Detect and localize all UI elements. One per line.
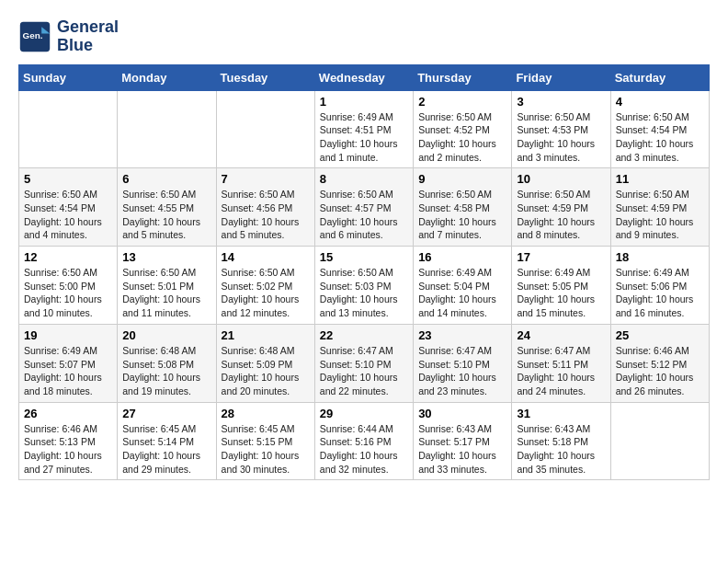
day-info: Sunrise: 6:46 AM Sunset: 5:13 PM Dayligh… (24, 422, 112, 477)
calendar-table: Sunday Monday Tuesday Wednesday Thursday… (18, 64, 710, 481)
day-info: Sunrise: 6:45 AM Sunset: 5:15 PM Dayligh… (222, 422, 310, 477)
day-info: Sunrise: 6:46 AM Sunset: 5:12 PM Dayligh… (616, 344, 704, 398)
day-number: 29 (320, 407, 408, 420)
calendar-cell: 3Sunrise: 6:50 AM Sunset: 4:53 PM Daylig… (512, 90, 610, 168)
day-info: Sunrise: 6:50 AM Sunset: 4:53 PM Dayligh… (517, 110, 605, 165)
day-number: 18 (616, 250, 704, 264)
calendar-cell: 8Sunrise: 6:50 AM Sunset: 4:57 PM Daylig… (314, 168, 413, 247)
calendar-week-row: 19Sunrise: 6:49 AM Sunset: 5:07 PM Dayli… (19, 324, 710, 402)
calendar-cell: 12Sunrise: 6:50 AM Sunset: 5:00 PM Dayli… (19, 247, 118, 325)
svg-text:Gen.: Gen. (23, 30, 43, 40)
day-info: Sunrise: 6:50 AM Sunset: 4:54 PM Dayligh… (616, 110, 704, 165)
day-info: Sunrise: 6:44 AM Sunset: 5:16 PM Dayligh… (320, 422, 408, 477)
day-info: Sunrise: 6:47 AM Sunset: 5:10 PM Dayligh… (418, 344, 506, 398)
calendar-body: 1Sunrise: 6:49 AM Sunset: 4:51 PM Daylig… (19, 90, 710, 480)
day-number: 26 (24, 407, 112, 420)
day-info: Sunrise: 6:43 AM Sunset: 5:18 PM Dayligh… (517, 422, 605, 477)
day-number: 27 (122, 407, 210, 420)
day-info: Sunrise: 6:49 AM Sunset: 5:04 PM Dayligh… (418, 266, 506, 320)
calendar-cell: 25Sunrise: 6:46 AM Sunset: 5:12 PM Dayli… (610, 324, 709, 402)
day-number: 1 (320, 95, 408, 109)
calendar-cell (216, 90, 314, 168)
calendar-cell: 7Sunrise: 6:50 AM Sunset: 4:56 PM Daylig… (216, 168, 314, 247)
header-wednesday: Wednesday (314, 64, 413, 90)
calendar-cell: 17Sunrise: 6:49 AM Sunset: 5:05 PM Dayli… (512, 247, 610, 325)
day-number: 23 (418, 328, 506, 342)
day-number: 12 (24, 250, 112, 264)
calendar-cell: 23Sunrise: 6:47 AM Sunset: 5:10 PM Dayli… (414, 324, 512, 402)
calendar-cell: 10Sunrise: 6:50 AM Sunset: 4:59 PM Dayli… (512, 168, 610, 247)
day-info: Sunrise: 6:50 AM Sunset: 4:54 PM Dayligh… (24, 188, 112, 242)
calendar-cell: 24Sunrise: 6:47 AM Sunset: 5:11 PM Dayli… (512, 324, 610, 402)
calendar-header-row: Sunday Monday Tuesday Wednesday Thursday… (19, 64, 710, 90)
day-number: 28 (222, 407, 310, 420)
calendar-cell: 22Sunrise: 6:47 AM Sunset: 5:10 PM Dayli… (314, 324, 413, 402)
calendar-cell: 5Sunrise: 6:50 AM Sunset: 4:54 PM Daylig… (19, 168, 118, 247)
day-number: 19 (24, 328, 112, 342)
day-number: 10 (517, 172, 605, 186)
calendar-cell (118, 90, 216, 168)
day-info: Sunrise: 6:50 AM Sunset: 4:55 PM Dayligh… (122, 188, 210, 242)
calendar-cell: 6Sunrise: 6:50 AM Sunset: 4:55 PM Daylig… (118, 168, 216, 247)
day-number: 24 (517, 328, 605, 342)
logo: Gen. General Blue (18, 18, 119, 55)
page-header: Gen. General Blue (18, 18, 710, 55)
day-number: 7 (222, 172, 310, 186)
calendar-cell: 30Sunrise: 6:43 AM Sunset: 5:17 PM Dayli… (414, 402, 512, 480)
calendar-cell: 14Sunrise: 6:50 AM Sunset: 5:02 PM Dayli… (216, 247, 314, 325)
day-info: Sunrise: 6:49 AM Sunset: 4:51 PM Dayligh… (320, 110, 408, 165)
calendar-cell: 31Sunrise: 6:43 AM Sunset: 5:18 PM Dayli… (512, 402, 610, 480)
calendar-cell: 2Sunrise: 6:50 AM Sunset: 4:52 PM Daylig… (414, 90, 512, 168)
calendar-week-row: 12Sunrise: 6:50 AM Sunset: 5:00 PM Dayli… (19, 247, 710, 325)
header-friday: Friday (512, 64, 610, 90)
calendar-cell: 21Sunrise: 6:48 AM Sunset: 5:09 PM Dayli… (216, 324, 314, 402)
day-number: 3 (517, 95, 605, 109)
calendar-cell: 13Sunrise: 6:50 AM Sunset: 5:01 PM Dayli… (118, 247, 216, 325)
header-monday: Monday (118, 64, 216, 90)
day-info: Sunrise: 6:50 AM Sunset: 4:52 PM Dayligh… (418, 110, 506, 165)
calendar-cell: 4Sunrise: 6:50 AM Sunset: 4:54 PM Daylig… (610, 90, 709, 168)
day-number: 5 (24, 172, 112, 186)
calendar-cell: 20Sunrise: 6:48 AM Sunset: 5:08 PM Dayli… (118, 324, 216, 402)
day-info: Sunrise: 6:50 AM Sunset: 5:02 PM Dayligh… (222, 266, 310, 320)
header-sunday: Sunday (19, 64, 118, 90)
calendar-cell: 28Sunrise: 6:45 AM Sunset: 5:15 PM Dayli… (216, 402, 314, 480)
day-number: 9 (418, 172, 506, 186)
day-number: 31 (517, 407, 605, 420)
day-info: Sunrise: 6:48 AM Sunset: 5:09 PM Dayligh… (222, 344, 310, 398)
header-tuesday: Tuesday (216, 64, 314, 90)
day-number: 11 (616, 172, 704, 186)
calendar-cell: 11Sunrise: 6:50 AM Sunset: 4:59 PM Dayli… (610, 168, 709, 247)
calendar-cell: 29Sunrise: 6:44 AM Sunset: 5:16 PM Dayli… (314, 402, 413, 480)
day-number: 8 (320, 172, 408, 186)
calendar-week-row: 5Sunrise: 6:50 AM Sunset: 4:54 PM Daylig… (19, 168, 710, 247)
day-info: Sunrise: 6:50 AM Sunset: 5:01 PM Dayligh… (122, 266, 210, 320)
calendar-cell (610, 402, 709, 480)
day-number: 2 (418, 95, 506, 109)
calendar-cell (19, 90, 118, 168)
day-info: Sunrise: 6:50 AM Sunset: 4:59 PM Dayligh… (517, 188, 605, 242)
logo-text: General Blue (57, 18, 119, 55)
day-info: Sunrise: 6:50 AM Sunset: 5:00 PM Dayligh… (24, 266, 112, 320)
day-number: 4 (616, 95, 704, 109)
day-info: Sunrise: 6:50 AM Sunset: 5:03 PM Dayligh… (320, 266, 408, 320)
calendar-cell: 27Sunrise: 6:45 AM Sunset: 5:14 PM Dayli… (118, 402, 216, 480)
day-info: Sunrise: 6:50 AM Sunset: 4:56 PM Dayligh… (222, 188, 310, 242)
calendar-cell: 26Sunrise: 6:46 AM Sunset: 5:13 PM Dayli… (19, 402, 118, 480)
day-info: Sunrise: 6:50 AM Sunset: 4:57 PM Dayligh… (320, 188, 408, 242)
day-info: Sunrise: 6:49 AM Sunset: 5:06 PM Dayligh… (616, 266, 704, 320)
calendar-cell: 1Sunrise: 6:49 AM Sunset: 4:51 PM Daylig… (314, 90, 413, 168)
day-number: 16 (418, 250, 506, 264)
calendar-cell: 19Sunrise: 6:49 AM Sunset: 5:07 PM Dayli… (19, 324, 118, 402)
day-info: Sunrise: 6:48 AM Sunset: 5:08 PM Dayligh… (122, 344, 210, 398)
day-number: 22 (320, 328, 408, 342)
day-number: 25 (616, 328, 704, 342)
calendar-cell: 9Sunrise: 6:50 AM Sunset: 4:58 PM Daylig… (414, 168, 512, 247)
header-saturday: Saturday (610, 64, 709, 90)
calendar-cell: 18Sunrise: 6:49 AM Sunset: 5:06 PM Dayli… (610, 247, 709, 325)
day-number: 21 (222, 328, 310, 342)
day-number: 17 (517, 250, 605, 264)
day-number: 20 (122, 328, 210, 342)
day-info: Sunrise: 6:47 AM Sunset: 5:11 PM Dayligh… (517, 344, 605, 398)
day-number: 6 (122, 172, 210, 186)
